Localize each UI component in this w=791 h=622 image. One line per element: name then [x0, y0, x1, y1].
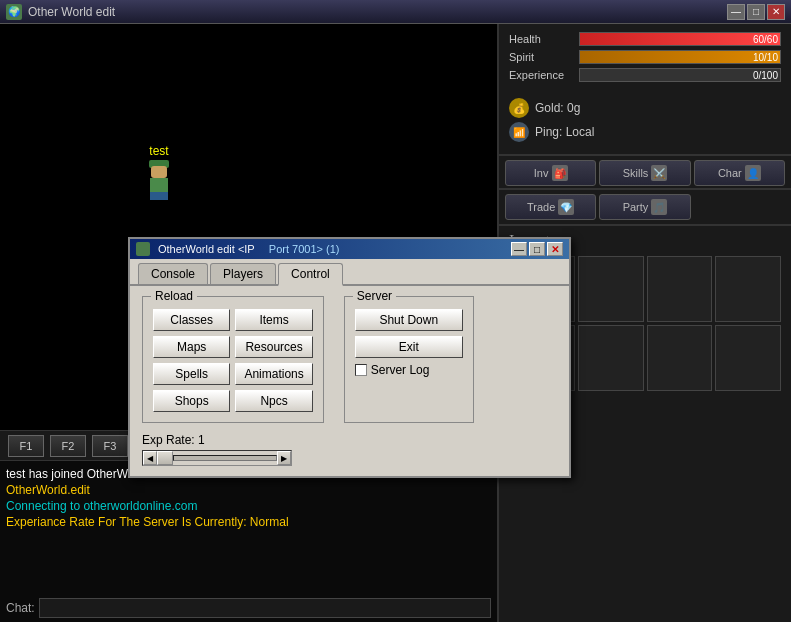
player-character: test	[145, 144, 173, 192]
health-row: Health 60/60	[509, 32, 781, 46]
skills-button[interactable]: Skills ⚔️	[599, 160, 690, 186]
slider-left-arrow[interactable]: ◀	[143, 451, 157, 465]
chat-line-3: Connecting to otherworldonline.com	[6, 499, 491, 513]
npcs-button[interactable]: Npcs	[235, 390, 312, 412]
chat-line-2: OtherWorld.edit	[6, 483, 491, 497]
trade-button[interactable]: Trade 💎	[505, 194, 596, 220]
dialog-minimize-button[interactable]: —	[511, 242, 527, 256]
action-buttons-row2: Trade 💎 Party 🎵	[499, 188, 791, 224]
char-button[interactable]: Char 👤	[694, 160, 785, 186]
app-icon: 🌍	[6, 4, 22, 20]
dialog-port: Port 7001> (1)	[269, 243, 340, 255]
inv-slot-6	[578, 325, 644, 391]
trade-icon: 💎	[558, 199, 574, 215]
server-buttons: Shut Down Exit Server Log	[355, 309, 463, 377]
classes-button[interactable]: Classes	[153, 309, 230, 331]
inv-button[interactable]: Inv 🎒	[505, 160, 596, 186]
gold-value: Gold: 0g	[535, 101, 580, 115]
inv-slot-8	[715, 325, 781, 391]
server-log-label: Server Log	[371, 363, 430, 377]
dialog-maximize-button[interactable]: □	[529, 242, 545, 256]
close-button[interactable]: ✕	[767, 4, 785, 20]
slider-right-arrow[interactable]: ▶	[277, 451, 291, 465]
server-log-row: Server Log	[355, 363, 463, 377]
f1-button[interactable]: F1	[8, 435, 44, 457]
exit-button[interactable]: Exit	[355, 336, 463, 358]
resources-button[interactable]: Resources	[235, 336, 312, 358]
chat-line-4: Experiance Rate For The Server Is Curren…	[6, 515, 491, 529]
f3-button[interactable]: F3	[92, 435, 128, 457]
title-bar-buttons: — □ ✕	[727, 4, 785, 20]
char-icon: 👤	[745, 165, 761, 181]
ping-icon: 📶	[509, 122, 529, 142]
reload-grid: Classes Items Maps Resources Spells Anim…	[153, 309, 313, 412]
exp-value: 0/100	[753, 69, 778, 83]
spells-button[interactable]: Spells	[153, 363, 230, 385]
shops-button[interactable]: Shops	[153, 390, 230, 412]
exp-rate-slider[interactable]: ◀ ▶	[142, 450, 292, 466]
chat-input-row: Chat:	[6, 598, 491, 618]
exp-bar-bg: 0/100	[579, 68, 781, 82]
inv-slot-7	[647, 325, 713, 391]
tab-players[interactable]: Players	[210, 263, 276, 284]
tab-control[interactable]: Control	[278, 263, 343, 286]
spirit-label: Spirit	[509, 51, 579, 63]
reload-group: Reload Classes Items Maps Resources Spel…	[142, 296, 324, 423]
sprite-legs	[150, 192, 168, 200]
gold-icon: 💰	[509, 98, 529, 118]
chat-label: Chat:	[6, 601, 35, 615]
inv-icon: 🎒	[552, 165, 568, 181]
slider-thumb[interactable]	[157, 451, 173, 465]
exp-rate-section: Exp Rate: 1 ◀ ▶	[130, 433, 569, 476]
inv-slot-2	[578, 256, 644, 322]
tab-console[interactable]: Console	[138, 263, 208, 284]
extra-stats: 💰 Gold: 0g 📶 Ping: Local	[499, 94, 791, 154]
main-title-bar: 🌍 Other World edit — □ ✕	[0, 0, 791, 24]
main-title: Other World edit	[28, 5, 727, 19]
items-button[interactable]: Items	[235, 309, 312, 331]
maximize-button[interactable]: □	[747, 4, 765, 20]
dialog-title-buttons: — □ ✕	[511, 242, 563, 256]
health-label: Health	[509, 33, 579, 45]
spirit-row: Spirit 10/10	[509, 50, 781, 64]
ping-row: 📶 Ping: Local	[509, 122, 781, 142]
shutdown-button[interactable]: Shut Down	[355, 309, 463, 331]
main-window: 🌍 Other World edit — □ ✕ test Health	[0, 0, 791, 622]
dialog-icon	[136, 242, 150, 256]
server-legend: Server	[353, 289, 396, 303]
inv-slot-3	[647, 256, 713, 322]
minimize-button[interactable]: —	[727, 4, 745, 20]
inv-slot-4	[715, 256, 781, 322]
skills-icon: ⚔️	[651, 165, 667, 181]
stats-area: Health 60/60 Spirit 10/10 Experience 0/1…	[499, 24, 791, 94]
party-icon: 🎵	[651, 199, 667, 215]
party-button[interactable]: Party 🎵	[599, 194, 690, 220]
f2-button[interactable]: F2	[50, 435, 86, 457]
exp-rate-label: Exp Rate: 1	[142, 433, 557, 447]
exp-row: Experience 0/100	[509, 68, 781, 82]
action-buttons-row1: Inv 🎒 Skills ⚔️ Char 👤	[499, 154, 791, 190]
spirit-value: 10/10	[753, 51, 778, 65]
health-bar-bg: 60/60	[579, 32, 781, 46]
health-bar-fill	[580, 33, 780, 45]
dialog-title-bar: OtherWorld edit <IP Port 7001> (1) — □ ✕	[130, 239, 569, 259]
sprite-torso	[150, 178, 168, 192]
ping-value: Ping: Local	[535, 125, 594, 139]
slider-fill	[173, 455, 277, 461]
dialog-title-text: OtherWorld edit <IP Port 7001> (1)	[136, 242, 511, 256]
health-value: 60/60	[753, 33, 778, 47]
chat-input[interactable]	[39, 598, 491, 618]
animations-button[interactable]: Animations	[235, 363, 312, 385]
reload-legend: Reload	[151, 289, 197, 303]
server-group: Server Shut Down Exit Server Log	[344, 296, 474, 423]
maps-button[interactable]: Maps	[153, 336, 230, 358]
exp-label: Experience	[509, 69, 579, 81]
server-log-checkbox[interactable]	[355, 364, 367, 376]
gold-row: 💰 Gold: 0g	[509, 98, 781, 118]
spirit-bar-fill	[580, 51, 780, 63]
dialog-close-button[interactable]: ✕	[547, 242, 563, 256]
spirit-bar-bg: 10/10	[579, 50, 781, 64]
character-sprite	[145, 160, 173, 192]
sprite-head	[151, 166, 167, 178]
dialog-window: OtherWorld edit <IP Port 7001> (1) — □ ✕…	[128, 237, 571, 478]
